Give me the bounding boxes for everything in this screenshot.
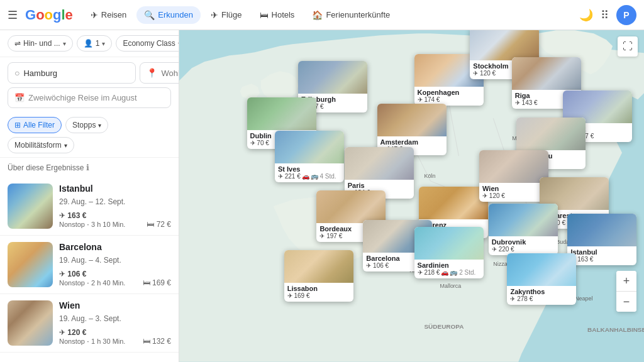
class-chip[interactable]: Economy Class ▾: [116, 35, 179, 52]
map-city-pin[interactable]: Dubrovnik✈ 220 €: [489, 204, 558, 255]
city-card-name: Zakynthos: [510, 288, 573, 295]
barcelona-thumb: [8, 242, 53, 287]
svg-text:Nizza: Nizza: [493, 261, 507, 267]
wien-thumb: [8, 300, 53, 346]
erkunden-icon: 🔍: [144, 10, 155, 20]
svg-text:BALKANHALBINSEL: BALKANHALBINSEL: [587, 326, 644, 333]
city-card-name: Lissabon: [287, 285, 350, 292]
city-card-name: Wien: [482, 185, 545, 192]
tab-ferienunterkuenfte[interactable]: 🏠 Ferienunterkünfte: [304, 6, 397, 24]
theme-toggle-icon[interactable]: 🌙: [579, 8, 593, 22]
destination-input[interactable]: [161, 69, 179, 78]
tab-hotels-label: Hotels: [272, 10, 295, 19]
filters-row: ⊞ Alle Filter Stopps ▾ Mobilitätsform ▾: [0, 113, 179, 158]
tab-hotels[interactable]: 🛏 Hotels: [252, 6, 303, 24]
passengers-arrow: ▾: [102, 40, 105, 47]
filter-bar: ⇌ Hin- und ... ▾ 👤 1 ▾ Economy Class ▾: [0, 30, 179, 57]
nav-right: 🌙 ⠿ P: [579, 5, 636, 25]
map-city-pin[interactable]: Zakynthos✈ 278 €: [507, 253, 576, 305]
tab-erkunden[interactable]: 🔍 Erkunden: [136, 6, 201, 24]
city-card-price: ✈ 120 €: [482, 192, 545, 199]
results-header-text: Über diese Ergebnisse: [8, 163, 84, 172]
class-label: Economy Class: [123, 39, 175, 48]
list-item[interactable]: Barcelona 19. Aug. – 4. Sept. ✈ 106 € No…: [0, 236, 179, 294]
nav-tabs: ✈ Reisen 🔍 Erkunden ✈ Flüge 🛏 Hotels 🏠 F…: [83, 6, 574, 24]
city-card-price: ✈ 220 €: [492, 246, 555, 253]
mobilitaetsform-btn[interactable]: Mobilitätsform ▾: [8, 137, 74, 153]
google-logo: Google: [25, 7, 73, 23]
fullscreen-button[interactable]: ⛶: [618, 36, 638, 57]
top-nav: ☰ Google ✈ Reisen 🔍 Erkunden ✈ Flüge 🛏 H…: [0, 0, 644, 30]
tab-erkunden-label: Erkunden: [158, 10, 193, 19]
mobilitaetsform-arrow: ▾: [64, 142, 67, 149]
tab-reisen-label: Reisen: [101, 10, 126, 19]
hotels-icon: 🛏: [260, 10, 269, 20]
tab-reisen[interactable]: ✈ Reisen: [83, 6, 134, 24]
wien-details: ✈ 120 € Nonstop · 1 h 30 Min. 🛏 132 €: [59, 328, 171, 346]
all-filters-label: Alle Filter: [23, 121, 55, 129]
origin-input[interactable]: [23, 69, 129, 78]
city-card-price: ✈ 278 €: [510, 295, 573, 302]
passengers-chip[interactable]: 👤 1 ▾: [77, 35, 113, 52]
info-icon[interactable]: ℹ: [86, 163, 89, 172]
map-city-pin[interactable]: Lissabon✈ 169 €: [284, 250, 353, 302]
istanbul-flight: ✈ 163 € Nonstop · 3 h 10 Min.: [59, 211, 125, 229]
stops-btn[interactable]: Stopps ▾: [65, 117, 108, 133]
menu-icon[interactable]: ☰: [8, 8, 18, 22]
city-card-name: Amsterdam: [380, 138, 443, 146]
city-card-price: ✈ 218 € 🚗 🚌 2 Std.: [418, 269, 480, 276]
wien-name: Wien: [59, 300, 171, 310]
main-layout: ⇌ Hin- und ... ▾ 👤 1 ▾ Economy Class ▾ ○: [0, 30, 644, 362]
trip-type-chip[interactable]: ⇌ Hin- und ... ▾: [8, 35, 73, 52]
origin-field[interactable]: ○: [8, 62, 136, 84]
swap-icon: ⇌: [14, 39, 21, 48]
map-city-pin[interactable]: Wien✈ 120 €: [479, 150, 548, 202]
svg-text:Köln: Köln: [424, 173, 435, 179]
city-card-name: Dubrovnik: [492, 238, 555, 246]
map-area[interactable]: Berlin Köln Krakau Budapest Zürich Luxem…: [179, 30, 644, 362]
stops-arrow: ▾: [98, 122, 101, 129]
destination-icon: 📍: [147, 68, 157, 78]
city-card-price: ✈ 174 €: [418, 96, 480, 103]
istanbul-dates: 29. Aug. – 12. Sept.: [59, 197, 171, 206]
passengers-label: 1: [96, 39, 100, 48]
svg-text:SÜDEUROPA: SÜDEUROPA: [424, 323, 464, 330]
trip-type-label: Hin- und ...: [23, 39, 60, 48]
location-row: ○ 📍: [8, 62, 171, 84]
istanbul-hotel: 🛏 72 €: [147, 220, 171, 229]
avatar[interactable]: P: [616, 5, 636, 25]
reisen-icon: ✈: [91, 10, 98, 20]
map-city-pin[interactable]: Sardinien✈ 218 € 🚗 🚌 2 Std.: [414, 227, 484, 278]
barcelona-info: Barcelona 19. Aug. – 4. Sept. ✈ 106 € No…: [59, 242, 171, 287]
barcelona-flight: ✈ 106 € Nonstop · 2 h 40 Min.: [59, 270, 125, 287]
stops-label: Stopps: [72, 121, 96, 129]
city-card-price: ✈ 221 € 🚗 🚌 4 Std.: [278, 173, 341, 180]
zoom-out-button[interactable]: −: [616, 292, 636, 312]
city-card-price: ✈ 169 €: [287, 292, 350, 299]
wien-flight: ✈ 120 € Nonstop · 1 h 30 Min.: [59, 328, 125, 346]
list-item[interactable]: Wien 19. Aug. – 3. Sept. ✈ 120 € Nonstop…: [0, 294, 179, 353]
map-city-pin[interactable]: Istanbul✈ 163 €: [567, 214, 636, 265]
istanbul-info: Istanbul 29. Aug. – 12. Sept. ✈ 163 € No…: [59, 184, 171, 229]
zoom-in-button[interactable]: +: [616, 271, 636, 291]
city-card-price: ✈ 163 €: [570, 256, 633, 263]
city-card-name: Istanbul: [570, 248, 633, 256]
results-header: Über diese Ergebnisse ℹ: [0, 158, 179, 177]
map-controls: + −: [616, 271, 636, 312]
wien-info: Wien 19. Aug. – 3. Sept. ✈ 120 € Nonstop…: [59, 300, 171, 346]
city-card-name: Paris: [348, 182, 411, 189]
barcelona-dates: 19. Aug. – 4. Sept.: [59, 256, 171, 265]
date-field[interactable]: 📅 Zweiwöchige Reise im August: [8, 87, 171, 108]
list-item[interactable]: Istanbul 29. Aug. – 12. Sept. ✈ 163 € No…: [0, 177, 179, 236]
person-icon: 👤: [84, 39, 93, 48]
istanbul-thumb: [8, 184, 53, 229]
all-filters-btn[interactable]: ⊞ Alle Filter: [8, 117, 62, 133]
svg-text:Neapel: Neapel: [575, 295, 592, 302]
map-city-pin[interactable]: St Ives✈ 221 € 🚗 🚌 4 Std.: [275, 131, 344, 182]
tab-fluege[interactable]: ✈ Flüge: [203, 6, 250, 24]
wien-dates: 19. Aug. – 3. Sept.: [59, 314, 171, 323]
calendar-icon: 📅: [14, 93, 25, 102]
city-card-name: St Ives: [278, 165, 341, 173]
destination-field[interactable]: 📍: [140, 62, 179, 84]
apps-icon[interactable]: ⠿: [601, 8, 609, 22]
